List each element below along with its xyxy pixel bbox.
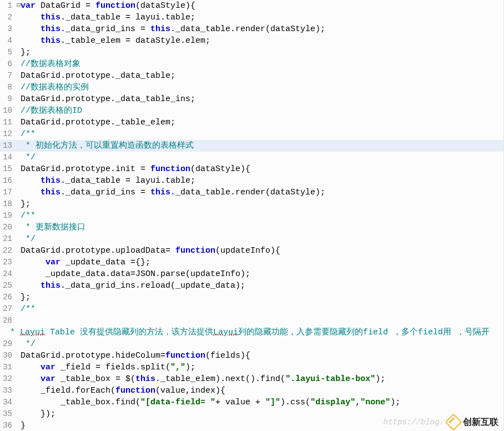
watermark: https://blog. 创新互联	[384, 416, 498, 428]
line-number: 36	[0, 420, 16, 431]
line-number: 15	[0, 163, 16, 175]
watermark-url: https://blog.	[384, 418, 444, 427]
line-number: 20	[0, 222, 16, 233]
line-number: 17	[0, 187, 16, 198]
doc-comment: /**	[21, 211, 36, 220]
line-number: 11	[0, 117, 16, 128]
line-number: 29	[0, 338, 16, 350]
fold-icon[interactable]: ⊟	[17, 0, 21, 12]
line-number: 6	[0, 58, 16, 70]
line-number: 32	[0, 373, 16, 385]
highlighted-line: 13 * 初始化方法，可以重置构造函数的表格样式	[0, 140, 504, 152]
doc-comment: /**	[21, 304, 36, 314]
line-number: 22	[0, 245, 16, 257]
line-number: 10	[0, 105, 16, 117]
doc-comment: /**	[21, 129, 36, 139]
line-number: 35	[0, 408, 16, 420]
logo-icon	[445, 413, 462, 430]
line-number: 31	[0, 362, 16, 373]
line-number: 27	[0, 303, 16, 315]
line-number: 7	[0, 70, 16, 82]
line-number: 33	[0, 385, 16, 397]
brand-text: 创新互联	[463, 417, 498, 428]
line-number: 13	[0, 140, 16, 152]
line-number: 16	[0, 175, 16, 187]
line-number: 3	[0, 23, 16, 35]
line-number: 19	[0, 210, 16, 222]
line-number: 2	[0, 12, 16, 23]
line-number: 8	[0, 82, 16, 93]
line-number: 30	[0, 350, 16, 362]
line-number: 5	[0, 47, 16, 58]
line-number: 18	[0, 198, 16, 210]
line-number: 9	[0, 93, 16, 105]
line-number: 23	[0, 257, 16, 268]
line-number: 21	[0, 233, 16, 245]
line-number: 1	[0, 0, 16, 12]
comment: //数据表格对象	[21, 59, 80, 69]
line-number: 25	[0, 280, 16, 292]
comment: //数据表格的ID	[21, 106, 82, 116]
line-number: 26	[0, 292, 16, 303]
code-editor[interactable]: 1⊟ var DataGrid = function(dataStyle){ 2…	[0, 0, 504, 431]
comment: //数据表格的实例	[21, 83, 89, 92]
line-number: 28	[0, 315, 16, 327]
line-number: 34	[0, 397, 16, 408]
line-number: 12	[0, 128, 16, 140]
line-number: 24	[0, 268, 16, 280]
line-number: 14	[0, 152, 16, 163]
line-number: 4	[0, 35, 16, 47]
